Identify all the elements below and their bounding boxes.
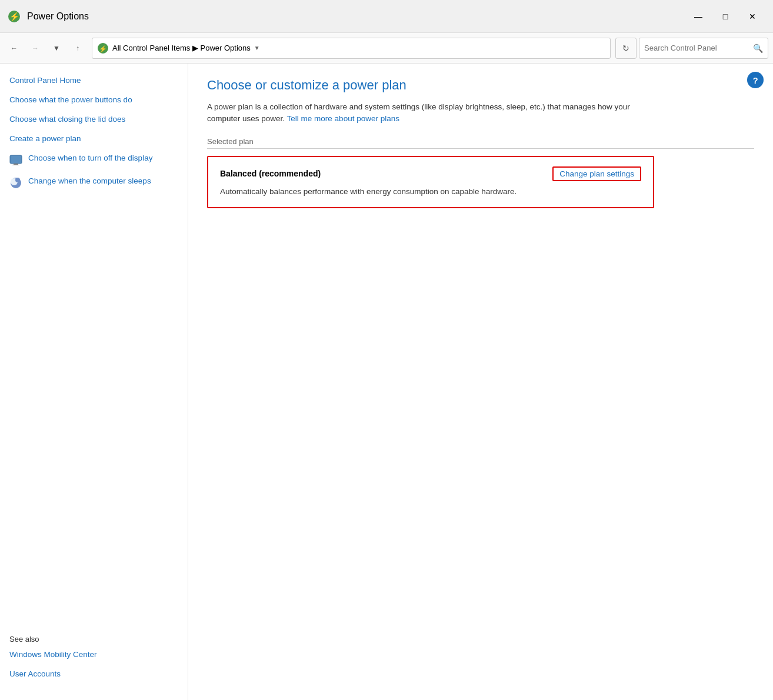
forward-button[interactable]: → <box>26 39 45 58</box>
sidebar-turn-off-display: Choose when to turn off the display <box>9 153 178 168</box>
display-icon <box>9 154 24 168</box>
sidebar-mobility-center[interactable]: Windows Mobility Center <box>9 649 178 661</box>
address-bar: ← → ▼ ↑ ⚡ All Control Panel Items ▶ Powe… <box>0 33 773 64</box>
sidebar-sleep-link[interactable]: Change when the computer sleeps <box>28 176 151 187</box>
sidebar-display-link[interactable]: Choose when to turn off the display <box>28 153 152 164</box>
sidebar-computer-sleeps: Change when the computer sleeps <box>9 176 178 191</box>
selected-plan-label: Selected plan <box>207 137 754 149</box>
content-area: Choose or customize a power plan A power… <box>188 64 773 700</box>
sidebar-user-accounts[interactable]: User Accounts <box>9 669 178 680</box>
sidebar-power-buttons[interactable]: Choose what the power buttons do <box>9 95 178 106</box>
plan-card-header: Balanced (recommended) Change plan setti… <box>220 166 641 181</box>
tell-me-more-link[interactable]: Tell me more about power plans <box>287 114 399 123</box>
power-options-icon: ⚡ <box>7 9 21 24</box>
window-controls: — □ ✕ <box>685 6 766 27</box>
svg-text:⚡: ⚡ <box>9 12 20 22</box>
plan-card: Balanced (recommended) Change plan setti… <box>207 156 654 208</box>
svg-rect-4 <box>10 155 22 164</box>
page-title: Choose or customize a power plan <box>207 78 754 93</box>
search-box: 🔍 <box>639 38 768 59</box>
sidebar: Control Panel Home Choose what the power… <box>0 64 188 700</box>
address-path: ⚡ All Control Panel Items ▶ Power Option… <box>92 38 611 59</box>
up-button[interactable]: ↑ <box>68 39 87 58</box>
breadcrumb-current: Power Options <box>200 44 250 52</box>
svg-point-9 <box>15 178 20 182</box>
page-description: A power plan is a collection of hardware… <box>207 101 654 125</box>
help-button[interactable]: ? <box>747 72 764 88</box>
change-plan-settings-link[interactable]: Change plan settings <box>552 166 641 181</box>
sidebar-bottom: See also Windows Mobility Center User Ac… <box>9 635 178 688</box>
sidebar-create-plan[interactable]: Create a power plan <box>9 134 178 145</box>
dropdown-button[interactable]: ▼ <box>47 39 66 58</box>
sidebar-lid[interactable]: Choose what closing the lid does <box>9 114 178 125</box>
title-bar: ⚡ Power Options — □ ✕ <box>0 0 773 33</box>
refresh-button[interactable]: ↻ <box>615 38 637 59</box>
app-icon: ⚡ <box>7 9 21 24</box>
minimize-button[interactable]: — <box>685 6 712 27</box>
svg-rect-5 <box>14 164 18 165</box>
address-chevron[interactable]: ▼ <box>254 45 260 51</box>
breadcrumb-all-items[interactable]: All Control Panel Items <box>112 44 190 52</box>
sleep-icon <box>9 176 24 191</box>
svg-text:⚡: ⚡ <box>99 45 107 53</box>
svg-rect-6 <box>12 165 19 165</box>
search-input[interactable] <box>644 44 753 52</box>
plan-description: Automatically balances performance with … <box>220 186 641 198</box>
see-also-label: See also <box>9 635 178 644</box>
maximize-button[interactable]: □ <box>712 6 739 27</box>
window-title: Power Options <box>27 11 685 22</box>
plan-name: Balanced (recommended) <box>220 169 321 178</box>
breadcrumb: All Control Panel Items ▶ Power Options <box>112 44 251 52</box>
sidebar-control-panel-home[interactable]: Control Panel Home <box>9 75 178 86</box>
close-button[interactable]: ✕ <box>739 6 766 27</box>
search-icon: 🔍 <box>753 44 763 53</box>
main-layout: Control Panel Home Choose what the power… <box>0 64 773 700</box>
back-button[interactable]: ← <box>5 39 24 58</box>
path-icon: ⚡ <box>97 42 109 54</box>
